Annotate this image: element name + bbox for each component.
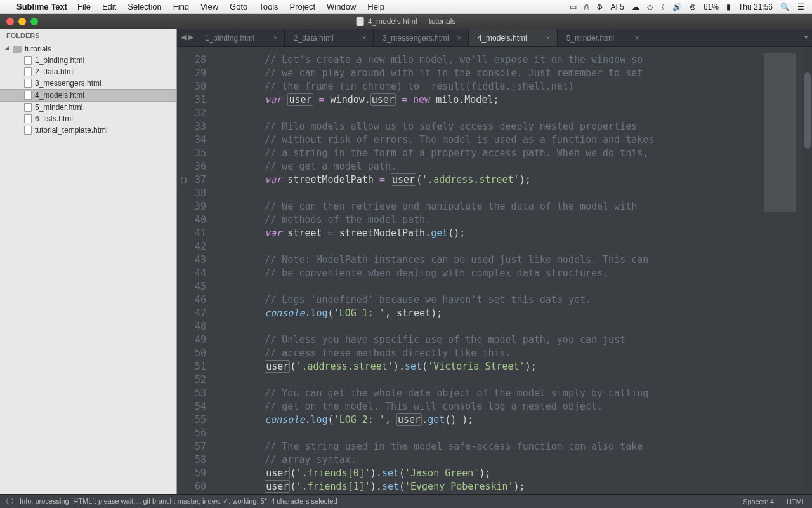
file-label: 5_minder.html: [35, 103, 82, 112]
tray-notifications-icon[interactable]: ☰: [797, 3, 804, 11]
code-line[interactable]: user('.address.street').set('Victoria St…: [219, 360, 812, 373]
code-line[interactable]: user('.friends[1]').set('Evgeny Poberesk…: [219, 480, 812, 493]
tray-clock[interactable]: Thu 21:56: [738, 3, 773, 11]
menu-project[interactable]: Project: [290, 2, 315, 11]
code-line[interactable]: [219, 240, 812, 253]
sidebar-file[interactable]: 3_messengers.html: [0, 77, 176, 89]
tray-settings-icon[interactable]: ⚙: [596, 3, 603, 11]
code-line[interactable]: // methods of the model path.: [219, 213, 812, 227]
menu-goto[interactable]: Goto: [230, 2, 247, 11]
window-close-button[interactable]: [6, 18, 14, 25]
menu-window[interactable]: Window: [327, 2, 356, 11]
code-line[interactable]: // a string in the form of a property ac…: [219, 147, 812, 160]
sidebar-file[interactable]: tutorial_template.html: [0, 124, 176, 136]
status-syntax[interactable]: HTML: [787, 498, 806, 505]
nav-forward-icon[interactable]: ▶: [188, 33, 193, 41]
code-line[interactable]: var user = window.user = new milo.Model;: [219, 93, 812, 107]
tray-screen-icon[interactable]: ▭: [570, 3, 577, 11]
code-line[interactable]: var streetModelPath = user('.address.str…: [219, 173, 812, 187]
line-number: 40: [177, 213, 206, 227]
menu-edit[interactable]: Edit: [102, 2, 116, 11]
code-line[interactable]: // You can get the whole data object of …: [219, 387, 812, 400]
code-line[interactable]: console.log('LOG 1: ', street);: [219, 307, 812, 320]
sidebar-folder-tutorials[interactable]: tutorials: [0, 43, 176, 55]
code-line[interactable]: [219, 427, 812, 440]
fold-marker-icon[interactable]: (): [180, 173, 188, 187]
tray-battery-icon[interactable]: ▮: [726, 3, 731, 11]
file-icon: [24, 56, 32, 65]
code-line[interactable]: [219, 320, 812, 333]
code-line[interactable]: // access these methods directly like th…: [219, 347, 812, 360]
tab-label: 3_messengers.html: [383, 34, 449, 43]
code-line[interactable]: // get on the model. This will console l…: [219, 400, 812, 413]
sidebar-file[interactable]: 5_minder.html: [0, 102, 176, 113]
disclosure-triangle-icon[interactable]: [5, 46, 11, 51]
tab-close-icon[interactable]: ×: [634, 33, 639, 43]
code-line[interactable]: // Logs 'undefined' because we haven't s…: [219, 293, 812, 307]
tab[interactable]: 2_data.html×: [285, 29, 374, 46]
tray-cloud-icon[interactable]: ☁: [632, 3, 639, 11]
code-line[interactable]: console.log('LOG 2: ', user.get() );: [219, 413, 812, 427]
code-line[interactable]: user('.friends[0]').set('Jason Green');: [219, 467, 812, 480]
window-maximize-button[interactable]: [30, 18, 38, 25]
tab-close-icon[interactable]: ×: [362, 33, 367, 43]
code-line[interactable]: [219, 280, 812, 293]
tray-video-icon[interactable]: ⎙: [584, 3, 589, 11]
tray-wifi-icon[interactable]: ⊚: [690, 3, 696, 11]
menu-help[interactable]: Help: [367, 2, 384, 11]
code-line[interactable]: [219, 107, 812, 120]
file-icon: [24, 126, 32, 135]
menu-selection[interactable]: Selection: [128, 2, 161, 11]
nav-back-icon[interactable]: ◀: [181, 33, 186, 41]
line-number: 34: [177, 133, 206, 147]
tray-ai-badge[interactable]: AI 5: [611, 3, 624, 11]
tab-close-icon[interactable]: ×: [546, 33, 551, 43]
code-line[interactable]: // we get a model path.: [219, 160, 812, 173]
code-line[interactable]: // Note: ModelPath instances can be used…: [219, 253, 812, 267]
app-name[interactable]: Sublime Text: [16, 2, 67, 11]
tray-dropbox-icon[interactable]: ◇: [647, 3, 653, 11]
tab-close-icon[interactable]: ×: [457, 33, 462, 43]
tab[interactable]: 1_binding.html×: [196, 29, 285, 46]
sidebar-file[interactable]: 6_lists.html: [0, 113, 176, 124]
code-line[interactable]: // be conveniente when dealing with comp…: [219, 267, 812, 280]
code-line[interactable]: // the frame (in chrome) to 'result(fidd…: [219, 80, 812, 93]
tray-battery[interactable]: 61%: [704, 3, 719, 11]
code-line[interactable]: // We can then retrieve and manipulate t…: [219, 200, 812, 213]
code-line[interactable]: // Milo models allow us to safely access…: [219, 120, 812, 133]
tab[interactable]: 4_models.html×: [469, 29, 558, 46]
scrollbar-thumb[interactable]: [804, 72, 811, 149]
file-label: 3_messengers.html: [35, 79, 102, 88]
code-line[interactable]: // array syntax.: [219, 453, 812, 467]
code-line[interactable]: [219, 373, 812, 387]
code-line[interactable]: // we can play around with it in the con…: [219, 67, 812, 80]
code-line[interactable]: // without risk of errors. The model is …: [219, 133, 812, 147]
sidebar-file[interactable]: 2_data.html: [0, 66, 176, 77]
vertical-scrollbar[interactable]: [803, 47, 812, 494]
tray-volume-icon[interactable]: 🔊: [672, 3, 682, 11]
minimap[interactable]: [759, 47, 803, 494]
window-minimize-button[interactable]: [18, 18, 26, 25]
code-line[interactable]: [219, 187, 812, 200]
menu-view[interactable]: View: [200, 2, 218, 11]
code-line[interactable]: // The string used in the model safe-acc…: [219, 440, 812, 453]
tray-bluetooth-icon[interactable]: ᛒ: [660, 3, 665, 11]
menu-tools[interactable]: Tools: [259, 2, 278, 11]
menu-find[interactable]: Find: [173, 2, 189, 11]
tab[interactable]: 3_messengers.html×: [374, 29, 469, 46]
line-number: 44: [177, 267, 206, 280]
code-line[interactable]: var street = streetModelPath.get();: [219, 227, 812, 240]
menu-file[interactable]: File: [77, 2, 91, 11]
sidebar-file[interactable]: 1_binding.html: [0, 55, 176, 66]
tab[interactable]: 5_minder.html×: [558, 29, 646, 46]
code-line[interactable]: // Unless you have specific use of the m…: [219, 333, 812, 347]
code-content[interactable]: // Let's create a new milo model, we'll …: [214, 47, 812, 494]
tab-close-icon[interactable]: ×: [273, 33, 278, 43]
tabs-overflow-icon[interactable]: ▾: [804, 33, 808, 41]
status-spaces[interactable]: Spaces: 4: [743, 498, 774, 505]
sidebar-file[interactable]: 4_models.html: [0, 89, 176, 102]
tray-spotlight-icon[interactable]: 🔍: [780, 3, 790, 11]
code-line[interactable]: // Let's create a new milo model, we'll …: [219, 53, 812, 67]
code-area[interactable]: 28293031323334353637()383940414243444546…: [177, 47, 812, 494]
line-number: 37(): [177, 173, 206, 187]
